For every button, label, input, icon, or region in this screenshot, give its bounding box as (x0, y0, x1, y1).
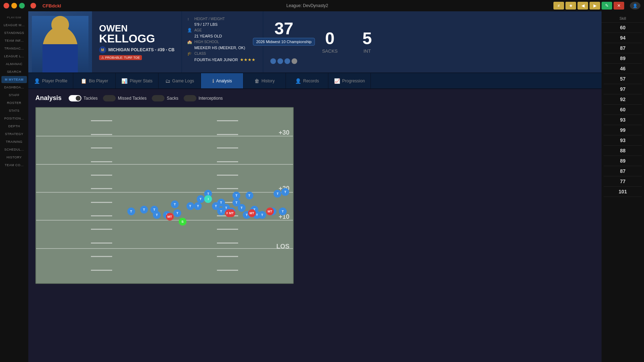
sidebar-item-history[interactable]: HISTORY (1, 154, 27, 161)
school-icon: 🏫 (187, 40, 192, 44)
sidebar-item-league-l[interactable]: LEAGUE L... (1, 53, 27, 60)
play-marker-24[interactable]: T (171, 200, 179, 208)
toggle-sacks[interactable]: Sacks (152, 95, 178, 101)
sacks-switch[interactable] (152, 95, 165, 101)
play-marker-4[interactable]: T (140, 206, 148, 214)
edit-button[interactable]: ✎ (602, 2, 612, 10)
close-window-icon[interactable] (4, 3, 9, 8)
sidebar-item-schedule[interactable]: SCHEDUL... (1, 146, 27, 153)
play-marker-9[interactable]: T (197, 195, 205, 203)
sidebar-item-staff[interactable]: STAFF (1, 92, 27, 99)
user-avatar[interactable]: 👤 (630, 2, 640, 10)
app-icon (30, 3, 36, 8)
rank-item: 99 (604, 125, 642, 135)
player-info-main: OWEN KELLOGG M MICHIGAN POLECATS - #39 -… (92, 11, 182, 72)
age-row: 👤 AGE (187, 28, 258, 33)
profile-icon: 👤 (34, 78, 40, 84)
play-marker-15[interactable]: T (238, 204, 246, 212)
rank-item: 92 (604, 94, 642, 105)
play-marker-28[interactable]: MT (166, 213, 174, 221)
hash-mark (91, 229, 112, 230)
sidebar-item-league-m[interactable]: LEAGUE M... (1, 22, 27, 29)
action-btn-2[interactable]: ★ (565, 2, 576, 10)
play-marker-22[interactable]: T (246, 192, 253, 199)
play-marker-25[interactable]: T (232, 192, 240, 199)
age-value-row: 21 YEARS OLD (194, 34, 258, 38)
sidebar-item-play-sim[interactable]: PLAY/SIM (1, 14, 27, 21)
tab-progression[interactable]: 📈 Progression (328, 73, 371, 88)
rank-item: 88 (604, 146, 642, 156)
age-label: AGE (194, 28, 202, 32)
play-marker-30[interactable]: MT (228, 209, 235, 217)
tab-player-bio[interactable]: 📋 Bio Player (73, 73, 116, 88)
tab-player-profile[interactable]: 👤 Player Profile (28, 73, 73, 88)
sidebar-item-team-inf[interactable]: TEAM INF... (1, 37, 27, 44)
sidebar-item-depth[interactable]: DEPTH (1, 123, 27, 130)
rating-icons (270, 58, 297, 64)
hash-mark (91, 215, 112, 216)
play-marker-32[interactable]: MT (266, 208, 274, 215)
missed-tackles-switch[interactable] (103, 95, 116, 101)
play-marker-33[interactable]: I (204, 195, 212, 203)
sidebar-item-position[interactable]: POSITION... (1, 115, 27, 122)
sidebar-item-transac[interactable]: TRANSAC... (1, 45, 27, 52)
rating-icon-4 (292, 58, 297, 64)
sidebar-item-roster[interactable]: ROSTER (1, 99, 27, 106)
tab-history[interactable]: 🗑 History (243, 73, 286, 88)
age-value: 21 YEARS OLD (194, 34, 222, 38)
toggle-interceptions[interactable]: Interceptions (184, 95, 223, 101)
play-marker-7[interactable]: T (173, 209, 181, 217)
interceptions-switch[interactable] (184, 95, 196, 101)
tab-player-stats[interactable]: 📊 Player Stats (116, 73, 159, 88)
sidebar-item-stats[interactable]: STATS (1, 107, 27, 114)
rank-item: 60 (604, 105, 642, 115)
yard-label-los: LOS (276, 243, 289, 250)
action-btn-prev[interactable]: ◀ (577, 2, 588, 10)
play-marker-27[interactable]: T (281, 188, 289, 196)
toggle-tackles[interactable]: Tackles (69, 95, 98, 101)
sidebar-item-dashboard[interactable]: DASHBOA... (1, 84, 27, 91)
tab-records[interactable]: 👤 Records (286, 73, 328, 88)
tab-game-logs[interactable]: 🗂 Game Logs (159, 73, 201, 88)
sidebar-item-search[interactable]: SEARCH (1, 68, 27, 75)
team-logo: M (99, 46, 106, 53)
play-marker-8[interactable]: T (194, 202, 202, 210)
tab-analysis[interactable]: ℹ Analysis (201, 73, 243, 88)
window-controls (4, 3, 25, 8)
tackles-switch[interactable] (69, 95, 81, 101)
play-marker-19[interactable]: T (258, 211, 266, 219)
play-marker-31[interactable]: MT (248, 209, 256, 217)
play-marker-5[interactable]: T (153, 211, 161, 219)
play-marker-0[interactable]: T (127, 208, 135, 215)
rank-item: 46 (604, 64, 642, 74)
stat1-tooltip: 2026 Midwest 10 Championship (253, 38, 315, 46)
sidebar-item-strategy[interactable]: STRATEGY (1, 130, 27, 138)
sidebar-item-myteam[interactable]: M MyTeam (1, 76, 27, 83)
sidebar-item-standings[interactable]: STANDINGS (1, 29, 27, 36)
league-title: League: DevDynasty2 (64, 3, 551, 8)
action-btn-1[interactable]: ≠ (553, 2, 564, 10)
top-bar: CFBdckl League: DevDynasty2 ≠ ★ ◀ ▶ ✎ ✕ … (0, 0, 644, 11)
play-marker-1[interactable]: T (186, 202, 194, 210)
maximize-window-icon[interactable] (19, 3, 25, 8)
sidebar-item-almanac[interactable]: ALMANAC (1, 60, 27, 68)
play-marker-23[interactable]: T (217, 199, 225, 206)
play-marker-26[interactable]: T (279, 208, 287, 215)
play-marker-21[interactable]: T (274, 190, 281, 198)
stat-panel-3: 5 INT (362, 30, 372, 54)
stat1-value: 37 (270, 20, 297, 37)
rating-icon-2 (277, 58, 283, 64)
toggle-missed-tackles[interactable]: Missed Tackles (103, 95, 146, 101)
close-button[interactable]: ✕ (614, 2, 624, 10)
sidebar-item-team-co[interactable]: TEAM CO... (1, 162, 27, 169)
minimize-window-icon[interactable] (11, 3, 17, 8)
hash-mark (91, 134, 112, 135)
hash-mark (91, 147, 112, 148)
action-btn-next[interactable]: ▶ (590, 2, 600, 10)
hw-label: HEIGHT / WEIGHT (194, 17, 225, 21)
rank-item: 89 (604, 53, 642, 64)
sidebar-item-training[interactable]: TRAINING (1, 138, 27, 145)
rank-header: Skill (602, 15, 644, 23)
play-marker-34[interactable]: S (179, 218, 186, 226)
rank-item: 57 (604, 74, 642, 84)
